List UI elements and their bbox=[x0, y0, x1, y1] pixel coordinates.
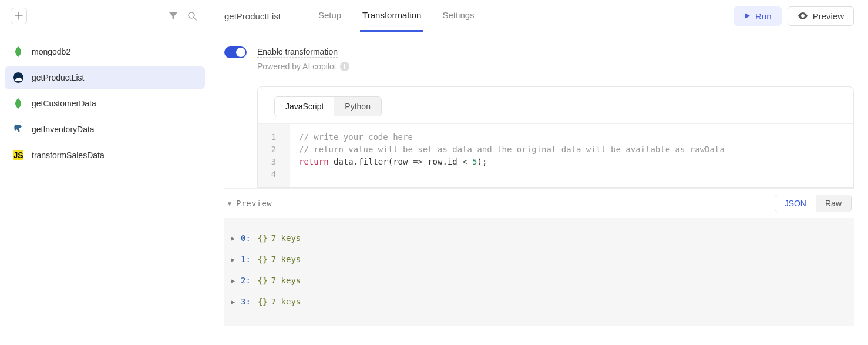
json-row[interactable]: ▶ 0: {} 7 keys bbox=[229, 227, 849, 249]
content: Enable transformation Powered by AI copi… bbox=[210, 32, 868, 345]
json-index: 0: bbox=[241, 233, 251, 243]
lang-tab-javascript[interactable]: JavaScript bbox=[275, 97, 334, 116]
sidebar-item-label: getCustomerData bbox=[32, 99, 96, 108]
json-row[interactable]: ▶ 2: {} 7 keys bbox=[229, 270, 849, 291]
json-index: 3: bbox=[241, 297, 251, 306]
sidebar-item-getcustomerdata[interactable]: getCustomerData bbox=[5, 92, 205, 115]
caret-right-icon: ▶ bbox=[231, 299, 237, 305]
tab-settings[interactable]: Settings bbox=[440, 0, 476, 32]
view-tab-raw[interactable]: Raw bbox=[816, 195, 851, 212]
caret-down-icon[interactable]: ▼ bbox=[227, 200, 233, 207]
mongodb-icon bbox=[13, 98, 23, 109]
header: getProductList Setup Transformation Sett… bbox=[210, 0, 868, 32]
brace-icon: {} bbox=[258, 233, 268, 243]
tabs: Setup Transformation Settings bbox=[316, 0, 477, 32]
caret-right-icon: ▶ bbox=[231, 235, 237, 242]
sidebar-item-label: getInventoryData bbox=[32, 125, 95, 134]
editor-card: JavaScript Python 1 2 3 4 // write your … bbox=[257, 86, 854, 188]
filter-icon[interactable] bbox=[166, 9, 180, 23]
json-keys-label: 7 keys bbox=[271, 276, 301, 285]
sidebar-item-label: transformSalesData bbox=[32, 150, 105, 160]
sidebar-item-transformsalesdata[interactable]: JS transformSalesData bbox=[5, 144, 205, 166]
rest-api-icon: ☁ bbox=[13, 72, 23, 83]
enable-transformation-toggle[interactable] bbox=[224, 46, 247, 58]
json-index: 2: bbox=[241, 276, 251, 285]
eye-icon bbox=[798, 11, 808, 21]
preview-button[interactable]: Preview bbox=[788, 6, 854, 26]
view-tab-json[interactable]: JSON bbox=[775, 195, 816, 212]
run-button[interactable]: Run bbox=[734, 6, 782, 26]
preview-body: ▶ 0: {} 7 keys ▶ 1: {} 7 keys ▶ 2: {} 7 … bbox=[224, 218, 854, 326]
javascript-icon: JS bbox=[13, 150, 23, 160]
subtitle: Powered by AI copilot i bbox=[257, 62, 854, 71]
json-keys-label: 7 keys bbox=[271, 254, 301, 264]
caret-right-icon: ▶ bbox=[231, 256, 237, 263]
sidebar-toolbar bbox=[0, 0, 210, 32]
lang-tab-python[interactable]: Python bbox=[334, 97, 381, 116]
brace-icon: {} bbox=[258, 254, 268, 264]
mongodb-icon bbox=[13, 46, 23, 57]
tab-setup[interactable]: Setup bbox=[316, 0, 344, 32]
code-content[interactable]: // write your code here // return value … bbox=[290, 124, 853, 187]
brace-icon: {} bbox=[258, 276, 268, 285]
subtitle-text: Powered by AI copilot bbox=[257, 62, 337, 71]
json-keys-label: 7 keys bbox=[271, 297, 301, 306]
line-gutter: 1 2 3 4 bbox=[258, 124, 290, 187]
sidebar-item-getinventorydata[interactable]: getInventoryData bbox=[5, 118, 205, 140]
run-label: Run bbox=[755, 11, 772, 21]
sidebar-items: mongodb2 ☁ getProductList getCustomerDat… bbox=[0, 32, 210, 178]
info-icon[interactable]: i bbox=[340, 62, 349, 71]
json-index: 1: bbox=[241, 254, 251, 264]
toggle-label: Enable transformation bbox=[257, 47, 338, 58]
preview-title: Preview bbox=[236, 199, 272, 208]
sidebar-item-label: mongodb2 bbox=[32, 47, 70, 56]
sidebar-item-getproductlist[interactable]: ☁ getProductList bbox=[5, 66, 205, 89]
play-icon bbox=[743, 11, 751, 21]
json-row[interactable]: ▶ 1: {} 7 keys bbox=[229, 249, 849, 270]
sidebar: mongodb2 ☁ getProductList getCustomerDat… bbox=[0, 0, 210, 345]
json-row[interactable]: ▶ 3: {} 7 keys bbox=[229, 291, 849, 312]
json-keys-label: 7 keys bbox=[271, 233, 301, 243]
preview-header: ▼ Preview JSON Raw bbox=[224, 188, 854, 218]
code-editor[interactable]: 1 2 3 4 // write your code here // retur… bbox=[258, 123, 853, 187]
tab-transformation[interactable]: Transformation bbox=[360, 0, 423, 32]
postgres-icon bbox=[13, 124, 23, 135]
page-title: getProductList bbox=[224, 11, 281, 21]
brace-icon: {} bbox=[258, 297, 268, 306]
sidebar-item-mongodb2[interactable]: mongodb2 bbox=[5, 41, 205, 63]
preview-label: Preview bbox=[813, 11, 844, 21]
main-panel: getProductList Setup Transformation Sett… bbox=[210, 0, 868, 345]
caret-right-icon: ▶ bbox=[231, 277, 237, 284]
sidebar-item-label: getProductList bbox=[32, 73, 85, 82]
add-button[interactable] bbox=[11, 8, 27, 24]
search-icon[interactable] bbox=[185, 9, 199, 23]
